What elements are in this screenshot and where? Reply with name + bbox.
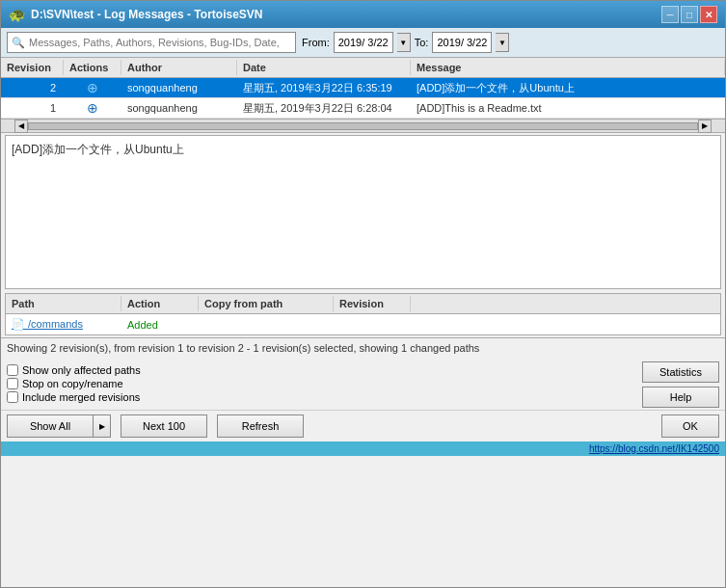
action-add-icon: ⊕ bbox=[87, 80, 98, 95]
statistics-button[interactable]: Statistics bbox=[642, 361, 719, 383]
col-date: Date bbox=[237, 60, 411, 75]
col-revision: Revision bbox=[1, 60, 64, 75]
stop-copy-label[interactable]: Stop on copy/rename bbox=[7, 378, 141, 389]
path-cell-copyfrom bbox=[199, 323, 334, 327]
from-date-value: 2019/ 3/22 bbox=[338, 37, 389, 48]
ok-button[interactable]: OK bbox=[661, 414, 719, 438]
table-row[interactable]: 2 ⊕ songquanheng 星期五, 2019年3月22日 6:35:19… bbox=[1, 78, 725, 98]
paths-section: Path Action Copy from path Revision 📄 /c… bbox=[5, 293, 721, 335]
from-date-input[interactable]: 2019/ 3/22 bbox=[334, 32, 393, 53]
status-bar: Showing 2 revision(s), from revision 1 t… bbox=[1, 337, 725, 358]
message-content: [ADD]添加一个文件，从Ubuntu上 bbox=[12, 143, 184, 156]
horizontal-scrollbar[interactable]: ◀ ▶ bbox=[1, 119, 725, 132]
title-buttons: ─ □ ✕ bbox=[661, 6, 717, 23]
url-link: https://blog.csdn.net/IK142500 bbox=[589, 443, 719, 454]
checkboxes: Show only affected paths Stop on copy/re… bbox=[7, 364, 141, 403]
paths-row[interactable]: 📄 /commands Added bbox=[6, 314, 720, 334]
paths-col-path: Path bbox=[6, 296, 121, 311]
from-label: From: bbox=[302, 37, 330, 48]
cell-message: [ADD]添加一个文件，从Ubuntu上 bbox=[411, 79, 725, 97]
close-button[interactable]: ✕ bbox=[700, 6, 717, 23]
include-merged-text: Include merged revisions bbox=[22, 391, 140, 403]
cell-date: 星期五, 2019年3月22日 6:28:04 bbox=[237, 99, 411, 118]
cell-revision: 1 bbox=[1, 100, 64, 116]
to-date-dropdown[interactable]: ▼ bbox=[496, 33, 509, 52]
search-box[interactable]: 🔍 bbox=[7, 32, 296, 53]
col-message: Message bbox=[411, 60, 725, 75]
include-merged-label[interactable]: Include merged revisions bbox=[7, 391, 141, 403]
help-button[interactable]: Help bbox=[642, 387, 719, 408]
scroll-left-button[interactable]: ◀ bbox=[14, 120, 28, 133]
to-date-input[interactable]: 2019/ 3/22 bbox=[432, 32, 492, 53]
col-author: Author bbox=[121, 60, 237, 75]
path-cell-action: Added bbox=[121, 317, 199, 333]
cell-actions: ⊕ bbox=[64, 78, 121, 97]
cell-author: songquanheng bbox=[121, 100, 237, 116]
cell-date: 星期五, 2019年3月22日 6:35:19 bbox=[237, 79, 411, 97]
bottom-buttons: Show All ▶ Next 100 Refresh OK bbox=[1, 410, 725, 441]
refresh-button[interactable]: Refresh bbox=[217, 414, 304, 438]
search-input[interactable] bbox=[29, 37, 280, 48]
from-to-section: From: 2019/ 3/22 ▼ To: 2019/ 3/22 ▼ bbox=[302, 32, 509, 53]
options-row: Show only affected paths Stop on copy/re… bbox=[1, 358, 725, 410]
toolbar: 🔍 From: 2019/ 3/22 ▼ To: 2019/ 3/22 ▼ bbox=[1, 28, 725, 58]
to-date-value: 2019/ 3/22 bbox=[437, 37, 487, 48]
title-bar: 🐢 D:\SVN\test - Log Messages - TortoiseS… bbox=[1, 1, 725, 28]
scroll-track[interactable] bbox=[28, 122, 698, 130]
paths-col-copyfrom: Copy from path bbox=[199, 296, 334, 311]
cell-actions: ⊕ bbox=[64, 98, 121, 118]
search-icon: 🔍 bbox=[12, 37, 25, 49]
cell-message: [ADD]This is a Readme.txt bbox=[411, 100, 725, 116]
help-ok-section: Statistics Help bbox=[642, 361, 719, 408]
next-100-button[interactable]: Next 100 bbox=[121, 414, 207, 438]
title-bar-left: 🐢 D:\SVN\test - Log Messages - TortoiseS… bbox=[9, 7, 263, 22]
bottom-left-buttons: Show All ▶ Next 100 Refresh bbox=[7, 414, 304, 438]
log-table: Revision Actions Author Date Message 2 ⊕… bbox=[1, 58, 725, 133]
path-cell-path[interactable]: 📄 /commands bbox=[6, 316, 121, 333]
paths-col-revision: Revision bbox=[334, 296, 411, 311]
minimize-button[interactable]: ─ bbox=[661, 6, 679, 23]
show-all-dropdown[interactable]: ▶ bbox=[94, 414, 111, 438]
from-date-dropdown[interactable]: ▼ bbox=[397, 33, 411, 52]
file-icon: 📄 bbox=[12, 318, 25, 330]
path-cell-revision bbox=[334, 323, 411, 327]
bottom-right-buttons: OK bbox=[661, 414, 719, 438]
message-panel: [ADD]添加一个文件，从Ubuntu上 bbox=[5, 135, 721, 289]
table-row[interactable]: 1 ⊕ songquanheng 星期五, 2019年3月22日 6:28:04… bbox=[1, 98, 725, 119]
cell-author: songquanheng bbox=[121, 80, 237, 95]
app-icon: 🐢 bbox=[9, 7, 25, 22]
col-actions: Actions bbox=[64, 60, 121, 75]
scroll-right-button[interactable]: ▶ bbox=[698, 120, 712, 133]
to-label: To: bbox=[415, 37, 429, 48]
cell-revision: 2 bbox=[1, 80, 64, 95]
paths-col-action: Action bbox=[121, 296, 199, 311]
show-affected-text: Show only affected paths bbox=[22, 364, 141, 376]
show-affected-label[interactable]: Show only affected paths bbox=[7, 364, 141, 376]
status-text: Showing 2 revision(s), from revision 1 t… bbox=[7, 342, 479, 354]
stop-copy-text: Stop on copy/rename bbox=[22, 378, 123, 389]
window-title: D:\SVN\test - Log Messages - TortoiseSVN bbox=[31, 8, 263, 21]
maximize-button[interactable]: □ bbox=[681, 6, 698, 23]
table-header: Revision Actions Author Date Message bbox=[1, 58, 725, 78]
include-merged-checkbox[interactable] bbox=[7, 391, 18, 403]
show-affected-checkbox[interactable] bbox=[7, 364, 18, 376]
action-add-icon: ⊕ bbox=[87, 100, 98, 116]
url-bar: https://blog.csdn.net/IK142500 bbox=[1, 441, 725, 456]
stop-copy-checkbox[interactable] bbox=[7, 378, 18, 389]
show-all-button[interactable]: Show All bbox=[7, 414, 94, 438]
main-window: 🐢 D:\SVN\test - Log Messages - TortoiseS… bbox=[0, 0, 726, 588]
paths-header: Path Action Copy from path Revision bbox=[6, 294, 720, 314]
